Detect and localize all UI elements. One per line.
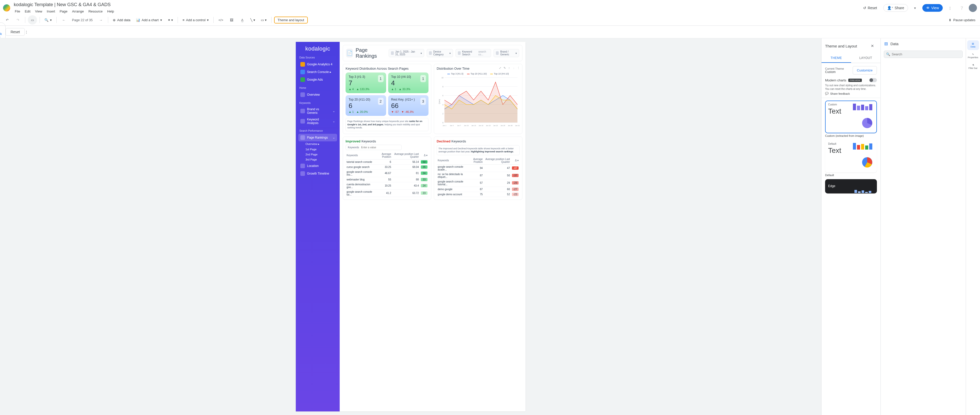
keyword-input[interactable]: Keywords: [345, 145, 402, 150]
theme-card-edge[interactable]: Edge: [825, 179, 877, 194]
page-icon: 📄: [346, 49, 353, 57]
app-header: kodalogic Template | New GSC & GA4 & GAD…: [0, 0, 980, 14]
table-row[interactable]: cuenta demostracion goo...19.2543.424: [345, 182, 428, 189]
customize-button[interactable]: Customize: [853, 66, 877, 75]
theme-card-default[interactable]: Default Text: [825, 140, 877, 173]
modern-charts-toggle[interactable]: [869, 78, 877, 82]
tab-layout[interactable]: LAYOUT: [851, 54, 881, 63]
sidebar-item-brandgeneric[interactable]: Brand vs Generic: [298, 106, 337, 116]
menu-view[interactable]: View: [33, 8, 44, 14]
add-chart-button[interactable]: 📊 Add a chart▾: [134, 17, 164, 23]
sidebar-item-overview[interactable]: Overview: [298, 91, 337, 99]
timechart-card[interactable]: ⤢ ✎ ↑ ↓ ⋮ Distribution Over Time Top 3 (…: [434, 64, 522, 134]
view-button[interactable]: 👁 View: [922, 4, 943, 12]
sidebar-item-pagerankings[interactable]: Page Rankings: [298, 134, 337, 142]
sidebar-sub[interactable]: 1st Page: [298, 147, 337, 152]
rail-filter[interactable]: ⚗ Filter bar: [967, 62, 979, 72]
doc-title[interactable]: kodalogic Template | New GSC & GA4 & GAD…: [13, 2, 857, 8]
declined-card[interactable]: Declined Keywords The Improved and Decli…: [434, 137, 522, 200]
close-icon[interactable]: ✕: [868, 41, 877, 51]
theme-card-custom[interactable]: Custom Text: [825, 100, 877, 133]
sidebar-source[interactable]: Google Analytics 4: [298, 60, 337, 68]
sidebar-item-location[interactable]: Location: [298, 162, 337, 170]
text-icon[interactable]: A̲: [238, 15, 247, 24]
chart-down-icon[interactable]: ↓: [512, 66, 515, 70]
chart-edit-icon[interactable]: ✎: [503, 66, 506, 70]
date-range-control[interactable]: Jan 1, 2025 - Jan 31, 2025▾: [389, 49, 424, 57]
data-search[interactable]: 🔍: [884, 51, 963, 58]
community-viz-icon[interactable]: ✦ ▾: [165, 17, 175, 23]
declined-note: The Improved and Declined Keywords table…: [437, 145, 520, 155]
prev-page-icon[interactable]: ←: [59, 15, 68, 24]
filter-reset-button[interactable]: Reset: [6, 28, 25, 36]
kpi-card[interactable]: Keyword Distribution Across Search Pages…: [343, 64, 431, 134]
improved-table: KeywordsAverage PositionAverage position…: [345, 152, 428, 197]
rail-data[interactable]: ▤ Data: [967, 40, 979, 50]
improved-card[interactable]: Improved Keywords Keywords KeywordsAvera…: [343, 137, 431, 200]
undo-icon[interactable]: ↶: [3, 15, 12, 24]
menu-file[interactable]: File: [13, 8, 22, 14]
table-row[interactable]: google search console tutorial...5729-29: [437, 179, 520, 186]
chart-reset-icon[interactable]: ⤢: [498, 66, 502, 70]
tab-theme[interactable]: THEME: [821, 54, 851, 63]
theme-layout-button[interactable]: Theme and layout: [274, 17, 308, 24]
keyword-search-filter[interactable]: Keyword Searchsearch co...: [455, 49, 491, 57]
control-icon: ≡: [183, 18, 185, 22]
share-button[interactable]: 👤⁺ Share: [883, 4, 908, 12]
table-row[interactable]: webmaster blog558833: [345, 177, 428, 182]
add-control-button[interactable]: ≡ Add a control▾: [180, 17, 211, 23]
data-search-input[interactable]: [892, 52, 960, 56]
share-feedback-link[interactable]: 💬 Share feedback: [825, 92, 877, 95]
image-icon[interactable]: 🖼: [227, 15, 236, 24]
cursor-icon[interactable]: ▭: [28, 15, 37, 24]
sidebar-source[interactable]: Search Console ▸: [298, 68, 337, 76]
pause-updates-button[interactable]: ⏸ Pause updates: [946, 17, 977, 23]
user-avatar[interactable]: [969, 4, 977, 12]
table-row[interactable]: demo google8760-27: [437, 186, 520, 192]
filter-icon[interactable]: ⚗ + Add quick filter Reset ⋮: [3, 27, 12, 37]
share-dropdown-icon[interactable]: ▾: [911, 3, 920, 13]
sidebar-source[interactable]: Google Ads: [298, 76, 337, 83]
menu-resource[interactable]: Resource: [86, 8, 105, 14]
menu-insert[interactable]: Insert: [45, 8, 57, 14]
sidebar-item-kwanalysis[interactable]: Keyword Analysis: [298, 116, 337, 126]
canvas[interactable]: kodalogic Data Sources Google Analytics …: [0, 38, 821, 415]
sidebar-sub[interactable]: 2nd Page: [298, 152, 337, 157]
embed-icon[interactable]: </>: [216, 15, 225, 24]
help-icon[interactable]: ❔: [957, 3, 966, 13]
keyword-input-field[interactable]: [361, 146, 399, 149]
chart-up-icon[interactable]: ↑: [508, 66, 511, 70]
menu-help[interactable]: Help: [105, 8, 116, 14]
sidebar-sub[interactable]: Overview ▸: [298, 142, 337, 147]
table-row[interactable]: no: se ha detectado la etiquet...8750-37: [437, 172, 520, 179]
filter-more-icon[interactable]: ⋮: [25, 27, 28, 37]
menu-page[interactable]: Page: [58, 8, 69, 14]
table-row[interactable]: google search console inic...46.678134: [345, 170, 428, 177]
table-row[interactable]: tutorial search console656.1450: [345, 159, 428, 164]
svg-rect-28: [869, 104, 872, 110]
menu-edit[interactable]: Edit: [23, 8, 32, 14]
theme-card-custom-label: Custom (extracted from image): [825, 134, 877, 137]
add-data-button[interactable]: ⊕ Add data: [111, 17, 132, 23]
current-theme-value: Custom: [825, 70, 844, 74]
brand-filter[interactable]: Brand / Generic▾: [493, 49, 519, 57]
table-row[interactable]: google search console tut...41.263.7223: [345, 189, 428, 197]
zoom-dropdown[interactable]: 🔍▾: [42, 17, 54, 23]
rail-properties[interactable]: ✎ Properties: [967, 51, 979, 61]
svg-text:Jan 4: Jan 4: [450, 125, 454, 126]
table-row[interactable]: curso google search33.2568.0435: [345, 164, 428, 170]
reset-button[interactable]: ↺ Reset: [859, 4, 881, 11]
sidebar-sub[interactable]: 3rd Page: [298, 157, 337, 162]
device-filter[interactable]: Device Category▾: [427, 49, 453, 57]
chart-more-icon[interactable]: ⋮: [517, 66, 520, 70]
menu-arrange[interactable]: Arrange: [70, 8, 86, 14]
filter-row: ⚗ + Add quick filter Reset ⋮: [0, 26, 980, 38]
line-icon[interactable]: ╲ ▾: [248, 17, 257, 23]
table-row[interactable]: google search console acade...9447-47: [437, 164, 520, 172]
next-page-icon[interactable]: →: [96, 15, 105, 24]
shape-icon[interactable]: ▭ ▾: [259, 17, 269, 23]
table-row[interactable]: google demo account7552-23: [437, 192, 520, 197]
current-theme-label: Current Theme: [825, 67, 844, 70]
sidebar-item-growth[interactable]: Growth Timeline: [298, 170, 337, 177]
more-options-icon[interactable]: ⋮: [945, 3, 955, 13]
